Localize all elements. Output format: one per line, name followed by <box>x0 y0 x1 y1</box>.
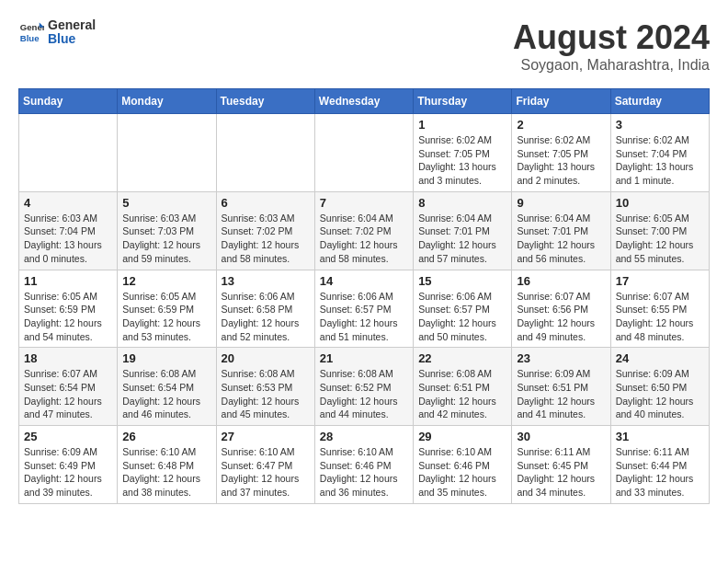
logo-icon: General Blue <box>18 19 44 45</box>
cell-date: 28 <box>320 430 408 443</box>
cell-date: 27 <box>222 430 310 443</box>
calendar-cell: 7Sunrise: 6:04 AM Sunset: 7:02 PM Daylig… <box>314 191 413 270</box>
calendar-cell: 1Sunrise: 6:02 AM Sunset: 7:05 PM Daylig… <box>414 114 512 192</box>
cell-info: Sunrise: 6:06 AM Sunset: 6:57 PM Dayligh… <box>418 290 506 344</box>
cell-date: 1 <box>418 118 506 132</box>
cell-info: Sunrise: 6:09 AM Sunset: 6:51 PM Dayligh… <box>517 367 605 421</box>
cell-date: 18 <box>24 351 112 365</box>
header-cell: Monday <box>118 89 216 114</box>
calendar-cell: 14Sunrise: 6:06 AM Sunset: 6:57 PM Dayli… <box>314 270 413 348</box>
calendar-header: SundayMondayTuesdayWednesdayThursdayFrid… <box>19 89 710 114</box>
calendar-cell: 19Sunrise: 6:08 AM Sunset: 6:54 PM Dayli… <box>118 348 216 426</box>
cell-info: Sunrise: 6:04 AM Sunset: 7:02 PM Dayligh… <box>320 212 408 266</box>
cell-info: Sunrise: 6:05 AM Sunset: 6:59 PM Dayligh… <box>122 290 210 344</box>
calendar-cell: 24Sunrise: 6:09 AM Sunset: 6:50 PM Dayli… <box>610 348 709 426</box>
cell-date: 16 <box>517 274 605 288</box>
calendar-cell <box>19 114 118 192</box>
calendar-cell: 20Sunrise: 6:08 AM Sunset: 6:53 PM Dayli… <box>216 348 314 426</box>
calendar-cell: 4Sunrise: 6:03 AM Sunset: 7:04 PM Daylig… <box>19 191 118 270</box>
cell-date: 29 <box>418 430 506 443</box>
header-cell: Friday <box>512 89 610 114</box>
cell-info: Sunrise: 6:08 AM Sunset: 6:54 PM Dayligh… <box>122 367 210 421</box>
cell-date: 15 <box>418 274 506 288</box>
cell-info: Sunrise: 6:08 AM Sunset: 6:52 PM Dayligh… <box>320 367 408 421</box>
calendar-cell: 17Sunrise: 6:07 AM Sunset: 6:55 PM Dayli… <box>610 270 709 348</box>
cell-date: 6 <box>222 196 310 210</box>
cell-info: Sunrise: 6:09 AM Sunset: 6:49 PM Dayligh… <box>24 445 112 500</box>
cell-date: 9 <box>517 196 605 210</box>
cell-info: Sunrise: 6:09 AM Sunset: 6:50 PM Dayligh… <box>616 367 704 421</box>
calendar-week: 4Sunrise: 6:03 AM Sunset: 7:04 PM Daylig… <box>19 191 710 270</box>
cell-date: 5 <box>122 196 210 210</box>
calendar-cell: 28Sunrise: 6:10 AM Sunset: 6:46 PM Dayli… <box>314 426 413 504</box>
header-cell: Wednesday <box>314 89 413 114</box>
cell-date: 13 <box>222 274 310 288</box>
cell-date: 19 <box>122 351 210 365</box>
cell-date: 12 <box>122 274 210 288</box>
cell-date: 8 <box>418 196 506 210</box>
calendar-week: 11Sunrise: 6:05 AM Sunset: 6:59 PM Dayli… <box>19 270 710 348</box>
cell-info: Sunrise: 6:02 AM Sunset: 7:04 PM Dayligh… <box>616 133 704 188</box>
page-header: General Blue GeneralBlue August 2024 Soy… <box>18 18 710 74</box>
cell-info: Sunrise: 6:06 AM Sunset: 6:58 PM Dayligh… <box>222 290 310 344</box>
calendar-cell: 27Sunrise: 6:10 AM Sunset: 6:47 PM Dayli… <box>216 426 314 504</box>
cell-date: 23 <box>517 351 605 365</box>
calendar-cell: 31Sunrise: 6:11 AM Sunset: 6:44 PM Dayli… <box>610 426 709 504</box>
title-block: August 2024 Soygaon, Maharashtra, India <box>513 18 710 74</box>
header-cell: Saturday <box>610 89 709 114</box>
calendar-body: 1Sunrise: 6:02 AM Sunset: 7:05 PM Daylig… <box>19 114 710 504</box>
calendar-cell: 2Sunrise: 6:02 AM Sunset: 7:05 PM Daylig… <box>512 114 610 192</box>
calendar-cell: 25Sunrise: 6:09 AM Sunset: 6:49 PM Dayli… <box>19 426 118 504</box>
cell-date: 3 <box>616 118 704 132</box>
cell-date: 25 <box>24 430 112 443</box>
page-title: August 2024 <box>513 18 710 57</box>
calendar-cell <box>216 114 314 192</box>
calendar-cell: 13Sunrise: 6:06 AM Sunset: 6:58 PM Dayli… <box>216 270 314 348</box>
calendar-week: 1Sunrise: 6:02 AM Sunset: 7:05 PM Daylig… <box>19 114 710 192</box>
cell-date: 30 <box>517 430 605 443</box>
calendar-cell: 30Sunrise: 6:11 AM Sunset: 6:45 PM Dayli… <box>512 426 610 504</box>
calendar-week: 18Sunrise: 6:07 AM Sunset: 6:54 PM Dayli… <box>19 348 710 426</box>
cell-date: 31 <box>616 430 704 443</box>
cell-info: Sunrise: 6:05 AM Sunset: 6:59 PM Dayligh… <box>24 290 112 344</box>
calendar-table: SundayMondayTuesdayWednesdayThursdayFrid… <box>18 88 710 504</box>
calendar-cell: 12Sunrise: 6:05 AM Sunset: 6:59 PM Dayli… <box>118 270 216 348</box>
cell-info: Sunrise: 6:06 AM Sunset: 6:57 PM Dayligh… <box>320 290 408 344</box>
cell-date: 22 <box>418 351 506 365</box>
cell-info: Sunrise: 6:10 AM Sunset: 6:48 PM Dayligh… <box>122 445 210 500</box>
calendar-cell: 22Sunrise: 6:08 AM Sunset: 6:51 PM Dayli… <box>414 348 512 426</box>
cell-info: Sunrise: 6:05 AM Sunset: 7:00 PM Dayligh… <box>616 212 704 266</box>
header-cell: Sunday <box>19 89 118 114</box>
cell-info: Sunrise: 6:08 AM Sunset: 6:51 PM Dayligh… <box>418 367 506 421</box>
cell-date: 11 <box>24 274 112 288</box>
cell-date: 7 <box>320 196 408 210</box>
cell-info: Sunrise: 6:03 AM Sunset: 7:03 PM Dayligh… <box>122 212 210 266</box>
cell-info: Sunrise: 6:07 AM Sunset: 6:56 PM Dayligh… <box>517 290 605 344</box>
calendar-cell: 29Sunrise: 6:10 AM Sunset: 6:46 PM Dayli… <box>414 426 512 504</box>
cell-date: 17 <box>616 274 704 288</box>
cell-info: Sunrise: 6:10 AM Sunset: 6:46 PM Dayligh… <box>418 445 506 500</box>
calendar-cell: 21Sunrise: 6:08 AM Sunset: 6:52 PM Dayli… <box>314 348 413 426</box>
calendar-cell: 8Sunrise: 6:04 AM Sunset: 7:01 PM Daylig… <box>414 191 512 270</box>
cell-info: Sunrise: 6:11 AM Sunset: 6:44 PM Dayligh… <box>616 445 704 500</box>
calendar-cell: 23Sunrise: 6:09 AM Sunset: 6:51 PM Dayli… <box>512 348 610 426</box>
cell-info: Sunrise: 6:03 AM Sunset: 7:02 PM Dayligh… <box>222 212 310 266</box>
header-row: SundayMondayTuesdayWednesdayThursdayFrid… <box>19 89 710 114</box>
calendar-week: 25Sunrise: 6:09 AM Sunset: 6:49 PM Dayli… <box>19 426 710 504</box>
cell-info: Sunrise: 6:04 AM Sunset: 7:01 PM Dayligh… <box>517 212 605 266</box>
cell-date: 20 <box>222 351 310 365</box>
cell-info: Sunrise: 6:02 AM Sunset: 7:05 PM Dayligh… <box>418 133 506 188</box>
header-cell: Tuesday <box>216 89 314 114</box>
cell-date: 24 <box>616 351 704 365</box>
logo: General Blue GeneralBlue <box>18 18 96 47</box>
calendar-cell: 15Sunrise: 6:06 AM Sunset: 6:57 PM Dayli… <box>414 270 512 348</box>
header-cell: Thursday <box>414 89 512 114</box>
cell-date: 14 <box>320 274 408 288</box>
cell-date: 4 <box>24 196 112 210</box>
calendar-cell <box>314 114 413 192</box>
cell-date: 21 <box>320 351 408 365</box>
calendar-cell <box>118 114 216 192</box>
calendar-cell: 3Sunrise: 6:02 AM Sunset: 7:04 PM Daylig… <box>610 114 709 192</box>
calendar-cell: 6Sunrise: 6:03 AM Sunset: 7:02 PM Daylig… <box>216 191 314 270</box>
cell-info: Sunrise: 6:07 AM Sunset: 6:54 PM Dayligh… <box>24 367 112 421</box>
